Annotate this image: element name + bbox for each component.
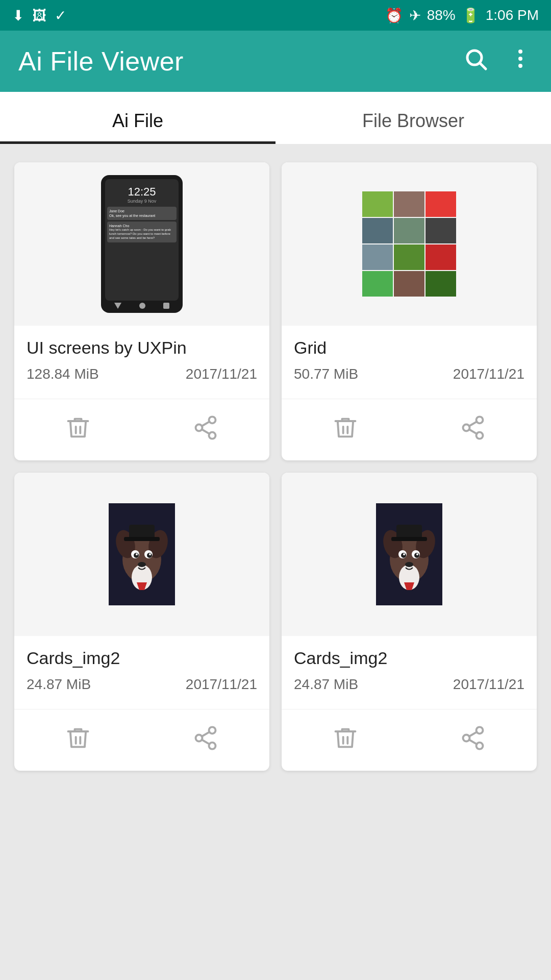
svg-line-13	[469, 429, 477, 434]
file-name-4: Cards_img2	[294, 648, 524, 668]
status-right: ⏰ ✈ 88% 🔋 1:06 PM	[385, 7, 539, 24]
file-card-3[interactable]: Cards_img2 24.87 MiB 2017/11/21	[14, 473, 269, 771]
file-info-2: Grid 50.77 MiB 2017/11/21	[282, 326, 537, 399]
share-button-1[interactable]	[185, 407, 226, 448]
svg-point-46	[405, 562, 413, 567]
share-button-2[interactable]	[453, 407, 493, 448]
download-icon: ⬇	[12, 7, 24, 24]
file-info-4: Cards_img2 24.87 MiB 2017/11/21	[282, 636, 537, 709]
nav-back-icon	[114, 303, 121, 309]
svg-rect-28	[124, 537, 160, 541]
file-preview-3	[14, 473, 269, 636]
svg-point-44	[403, 553, 405, 555]
svg-line-53	[469, 740, 477, 744]
file-meta-4: 24.87 MiB 2017/11/21	[294, 676, 524, 693]
svg-line-8	[202, 429, 210, 434]
svg-rect-48	[391, 537, 427, 541]
collage-cell-7	[362, 244, 393, 270]
svg-point-45	[416, 553, 418, 555]
file-card-4[interactable]: Cards_img2 24.87 MiB 2017/11/21	[282, 473, 537, 771]
file-size-1: 128.84 MiB	[27, 366, 99, 382]
dog-thumbnail-3	[109, 503, 175, 605]
dog-thumbnail-4	[376, 503, 442, 605]
collage-cell-12	[425, 271, 456, 297]
status-icons: ⬇ 🖼 ✓	[12, 7, 66, 24]
collage-cell-1	[362, 191, 393, 217]
file-date-2: 2017/11/21	[453, 366, 524, 382]
file-actions-4	[282, 709, 537, 771]
nav-recents-icon	[163, 303, 169, 309]
grid-collage	[362, 191, 456, 297]
more-options-button[interactable]	[508, 46, 533, 77]
file-preview-2	[282, 162, 537, 326]
svg-line-1	[480, 63, 486, 69]
app-title: Ai File Viewer	[18, 46, 184, 77]
collage-cell-9	[425, 244, 456, 270]
svg-line-54	[469, 732, 477, 737]
battery-level: 88%	[427, 7, 456, 23]
phone-mockup: 12:25 Sunday 9 Nov Jane Doe Ok, see you …	[101, 175, 183, 313]
file-card-2[interactable]: Grid 50.77 MiB 2017/11/21	[282, 162, 537, 460]
svg-point-24	[136, 553, 138, 555]
svg-line-14	[469, 422, 477, 426]
svg-point-4	[518, 64, 522, 68]
svg-line-33	[202, 740, 210, 744]
search-button[interactable]	[463, 46, 488, 77]
collage-cell-8	[394, 244, 424, 270]
collage-cell-4	[362, 218, 393, 243]
files-grid: 12:25 Sunday 9 Nov Jane Doe Ok, see you …	[14, 162, 537, 771]
share-button-4[interactable]	[453, 718, 493, 758]
file-card-1[interactable]: 12:25 Sunday 9 Nov Jane Doe Ok, see you …	[14, 162, 269, 460]
file-preview-1: 12:25 Sunday 9 Nov Jane Doe Ok, see you …	[14, 162, 269, 326]
file-info-3: Cards_img2 24.87 MiB 2017/11/21	[14, 636, 269, 709]
clock: 1:06 PM	[486, 7, 539, 23]
battery-icon: 🔋	[462, 7, 480, 24]
file-name-2: Grid	[294, 338, 524, 358]
file-date-4: 2017/11/21	[453, 676, 524, 693]
file-size-3: 24.87 MiB	[27, 676, 91, 693]
delete-button-1[interactable]	[58, 407, 98, 448]
file-actions-1	[14, 399, 269, 460]
file-date-3: 2017/11/21	[186, 676, 257, 693]
file-name-1: UI screens by UXPin	[27, 338, 257, 358]
collage-cell-10	[362, 271, 393, 297]
tab-ai-file[interactable]: Ai File	[0, 92, 276, 144]
airplane-icon: ✈	[409, 7, 421, 24]
delete-button-2[interactable]	[325, 407, 366, 448]
svg-point-26	[138, 562, 146, 567]
share-button-3[interactable]	[185, 718, 226, 758]
file-date-1: 2017/11/21	[186, 366, 257, 382]
file-meta-2: 50.77 MiB 2017/11/21	[294, 366, 524, 382]
app-bar: Ai File Viewer	[0, 31, 551, 92]
alarm-icon: ⏰	[385, 7, 403, 24]
delete-button-3[interactable]	[58, 718, 98, 758]
collage-cell-5	[394, 218, 424, 243]
collage-cell-3	[425, 191, 456, 217]
file-actions-3	[14, 709, 269, 771]
svg-point-25	[149, 553, 151, 555]
check-icon: ✓	[55, 7, 66, 24]
content-area: 12:25 Sunday 9 Nov Jane Doe Ok, see you …	[0, 144, 551, 980]
file-meta-3: 24.87 MiB 2017/11/21	[27, 676, 257, 693]
delete-button-4[interactable]	[325, 718, 366, 758]
image-icon: 🖼	[32, 7, 46, 24]
collage-cell-11	[394, 271, 424, 297]
tabs-container: Ai File File Browser	[0, 92, 551, 144]
file-actions-2	[282, 399, 537, 460]
file-size-2: 50.77 MiB	[294, 366, 358, 382]
nav-home-icon	[139, 303, 145, 309]
svg-point-2	[518, 50, 522, 54]
file-info-1: UI screens by UXPin 128.84 MiB 2017/11/2…	[14, 326, 269, 399]
svg-line-34	[202, 732, 210, 737]
collage-cell-6	[425, 218, 456, 243]
file-meta-1: 128.84 MiB 2017/11/21	[27, 366, 257, 382]
app-bar-actions	[463, 46, 533, 77]
file-name-3: Cards_img2	[27, 648, 257, 668]
svg-point-3	[518, 57, 522, 61]
status-bar: ⬇ 🖼 ✓ ⏰ ✈ 88% 🔋 1:06 PM	[0, 0, 551, 31]
file-preview-4	[282, 473, 537, 636]
tab-file-browser[interactable]: File Browser	[276, 92, 551, 144]
svg-line-9	[202, 422, 210, 426]
file-size-4: 24.87 MiB	[294, 676, 358, 693]
collage-cell-2	[394, 191, 424, 217]
